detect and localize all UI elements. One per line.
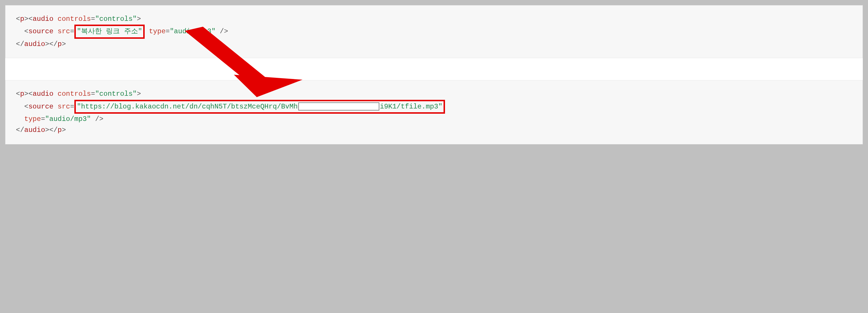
code-text: ></ [45, 126, 58, 134]
code-tag-audio: audio [33, 90, 54, 98]
code-text: ></ [45, 40, 58, 48]
code-text: = [70, 28, 74, 35]
code-attr-src: src [58, 103, 70, 111]
code-tag-audio-close: audio [24, 126, 45, 134]
code-val-type: "audio/mp3" [170, 28, 216, 35]
code-text: >< [24, 15, 33, 23]
code-tag-p-close: p [58, 40, 62, 48]
code-block-before: <p><audio controls="controls"> <source s… [5, 5, 863, 58]
code-attr-src: src [58, 28, 70, 35]
code-text: > [62, 40, 66, 48]
code-text: = [165, 28, 169, 35]
code-val-controls: "controls" [95, 15, 137, 23]
code-text [145, 28, 149, 35]
code-val-src-placeholder: "복사한 링크 주소" [77, 28, 142, 35]
code-tag-audio-close: audio [24, 40, 45, 48]
code-tag-p-close: p [58, 126, 62, 134]
code-text [54, 90, 58, 98]
code-text: /> [216, 28, 228, 35]
code-tag-source: source [28, 103, 53, 111]
redacted-segment [298, 102, 379, 111]
code-text: > [62, 126, 66, 134]
code-text [54, 103, 58, 111]
code-text: > [137, 15, 141, 23]
code-text: = [91, 90, 95, 98]
code-attr-type: type [149, 28, 166, 35]
code-block-after: <p><audio controls="controls"> <source s… [5, 80, 863, 144]
code-attr-controls: controls [58, 15, 91, 23]
code-tag-source: source [28, 28, 53, 35]
tutorial-container: <p><audio controls="controls"> <source s… [5, 5, 863, 144]
code-text: > [137, 90, 141, 98]
code-text: = [91, 15, 95, 23]
code-text: </ [16, 126, 24, 134]
code-attr-type: type [24, 115, 41, 123]
code-attr-controls: controls [58, 90, 91, 98]
code-val-url-right: i9K1/tfile.mp3" [380, 103, 442, 111]
code-text: >< [24, 90, 33, 98]
code-text: < [24, 28, 28, 35]
code-text [54, 15, 58, 23]
code-val-controls: "controls" [95, 90, 137, 98]
code-text: </ [16, 40, 24, 48]
code-tag-p: p [20, 90, 24, 98]
code-text: = [41, 115, 45, 123]
code-text: < [24, 103, 28, 111]
code-tag-p: p [20, 15, 24, 23]
code-val-url-left: "https://blog.kakaocdn.net/dn/cqhN5T/bts… [77, 103, 298, 111]
code-text [54, 28, 58, 35]
code-tag-audio: audio [33, 15, 54, 23]
code-text: < [16, 90, 20, 98]
highlight-actual-url: "https://blog.kakaocdn.net/dn/cqhN5T/bts… [74, 100, 445, 114]
code-text: = [70, 103, 74, 111]
highlight-placeholder-src: "복사한 링크 주소" [74, 25, 145, 38]
code-text: /> [91, 115, 103, 123]
code-val-type: "audio/mp3" [45, 115, 91, 123]
code-text: < [16, 15, 20, 23]
block-gap [5, 58, 863, 80]
